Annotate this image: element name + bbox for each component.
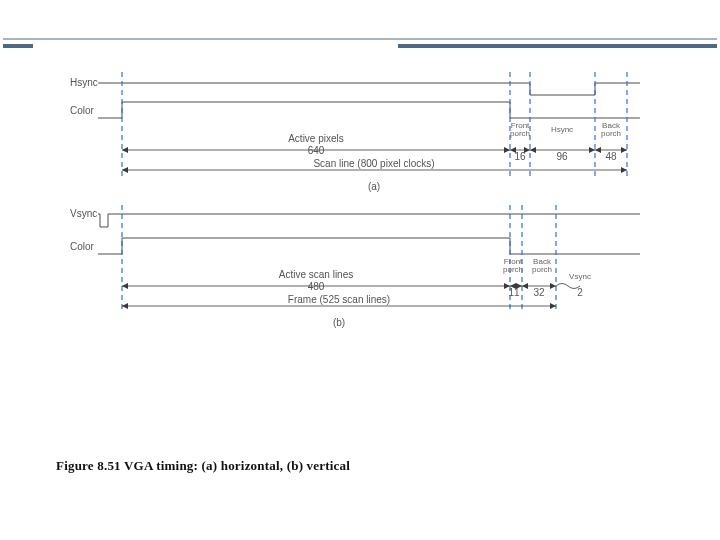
dim-b-frame: Frame (525 scan lines): [122, 294, 556, 309]
svg-text:Vsync: Vsync: [569, 272, 591, 281]
svg-text:Scan line (800 pixel clocks): Scan line (800 pixel clocks): [313, 158, 434, 169]
panel-a: Hsync Color Front porch Hsync Back porch…: [70, 72, 640, 192]
svg-text:Frame (525 scan lines): Frame (525 scan lines): [288, 294, 390, 305]
vsync-waveform: [98, 214, 640, 227]
svg-text:11: 11: [508, 287, 520, 298]
dim-a-fp: 16: [510, 147, 530, 162]
color-axis-label-b: Color: [70, 241, 95, 252]
dim-b-active: Active scan lines 480: [122, 269, 510, 292]
color-waveform-b: [98, 238, 640, 254]
dim-a-bp: 48: [595, 147, 627, 162]
dim-b-vsync: Vsync 2: [556, 272, 591, 298]
svg-text:640: 640: [308, 145, 325, 156]
svg-text:480: 480: [308, 281, 325, 292]
dim-a-scanline: Scan line (800 pixel clocks): [122, 158, 627, 173]
svg-text:96: 96: [556, 151, 568, 162]
dim-b-fp: 11: [508, 283, 522, 298]
vsync-axis-label: Vsync: [70, 208, 97, 219]
dim-b-bp: 32: [522, 283, 556, 298]
hsync-width-label: Hsync: [551, 125, 573, 134]
svg-text:32: 32: [533, 287, 545, 298]
svg-text:2: 2: [577, 287, 583, 298]
fp-label-a2: porch: [510, 129, 530, 138]
hsync-waveform: [98, 83, 640, 95]
svg-text:48: 48: [605, 151, 617, 162]
panel-b: Vsync Color Front porch Back porch Activ…: [70, 205, 640, 328]
svg-text:Active scan lines: Active scan lines: [279, 269, 353, 280]
bp-label-b2: porch: [532, 265, 552, 274]
dim-a-hsync: 96: [530, 147, 595, 162]
hsync-axis-label: Hsync: [70, 77, 98, 88]
panel-b-caption: (b): [333, 317, 345, 328]
fp-label-b2: porch: [503, 265, 523, 274]
color-axis-label-a: Color: [70, 105, 95, 116]
panel-a-caption: (a): [368, 181, 380, 192]
svg-text:16: 16: [514, 151, 526, 162]
bp-label-a2: porch: [601, 129, 621, 138]
svg-text:Active pixels: Active pixels: [288, 133, 344, 144]
color-waveform-a: [98, 102, 640, 118]
figure-caption: Figure 8.51 VGA timing: (a) horizontal, …: [56, 458, 350, 474]
dim-a-active: Active pixels 640: [122, 133, 510, 156]
